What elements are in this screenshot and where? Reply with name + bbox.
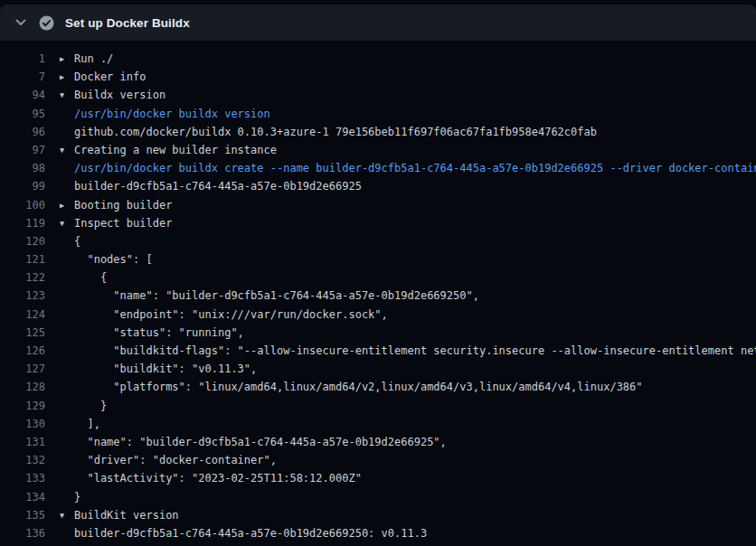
step-header[interactable]: Set up Docker Buildx xyxy=(0,5,756,41)
line-number-link[interactable]: 134 xyxy=(0,488,45,506)
line-number-link[interactable]: 98 xyxy=(0,159,45,177)
log-line: 131 "name": "builder-d9cfb5a1-c764-445a-… xyxy=(0,433,756,451)
line-number-link[interactable]: 94 xyxy=(0,86,45,104)
output-text: builder-d9cfb5a1-c764-445a-a57e-0b19d2e6… xyxy=(74,527,427,540)
line-number-link[interactable]: 122 xyxy=(0,268,45,287)
line-number-link[interactable]: 136 xyxy=(0,524,45,542)
line-number-link[interactable]: 124 xyxy=(0,306,45,324)
line-number-link[interactable]: 121 xyxy=(0,250,45,268)
line-number-link[interactable]: 129 xyxy=(0,397,45,415)
output-text: "nodes": [ xyxy=(74,253,153,266)
group-title-text: BuildKit version xyxy=(74,509,179,522)
log-line: 132 "driver": "docker-container", xyxy=(0,451,756,469)
output-text: } xyxy=(74,400,107,412)
line-number-link[interactable]: 127 xyxy=(0,360,45,378)
log-line: 133 "lastActivity": "2023-02-25T11:58:12… xyxy=(0,469,756,487)
log-group-line[interactable]: 119▼Inspect builder xyxy=(0,214,756,232)
log-line-content: github.com/docker/buildx 0.10.3+azure-1 … xyxy=(45,123,597,141)
log-line: 124 "endpoint": "unix:///var/run/docker.… xyxy=(0,306,756,324)
output-text: "status": "running", xyxy=(74,326,244,339)
output-text: "platforms": "linux/amd64,linux/amd64/v2… xyxy=(74,381,643,393)
log-line-content: "name": "builder-d9cfb5a1-c764-445a-a57e… xyxy=(45,287,479,305)
actions-log-panel: Set up Docker Buildx 1▶Run ./7▶Docker in… xyxy=(0,0,756,546)
output-text: "buildkitd-flags": "--allow-insecure-ent… xyxy=(74,344,756,357)
line-number-link[interactable]: 120 xyxy=(0,232,45,250)
log-line-content: } xyxy=(45,397,107,415)
group-title-text: Run ./ xyxy=(74,52,113,65)
check-circle-icon xyxy=(39,15,54,31)
log-group-line[interactable]: 1▶Run ./ xyxy=(0,50,756,68)
output-text: "driver": "docker-container", xyxy=(74,454,277,466)
group-expanded-icon[interactable]: ▼ xyxy=(60,141,74,159)
line-number-link[interactable]: 97 xyxy=(0,141,45,159)
log-line: 123 "name": "builder-d9cfb5a1-c764-445a-… xyxy=(0,287,756,305)
line-number-link[interactable]: 135 xyxy=(0,506,45,524)
log-line-content: ▼Creating a new builder instance xyxy=(45,141,277,159)
group-collapsed-icon[interactable]: ▶ xyxy=(60,50,74,68)
line-number-link[interactable]: 128 xyxy=(0,378,45,396)
output-text: "name": "builder-d9cfb5a1-c764-445a-a57e… xyxy=(74,289,479,302)
log-line-content: "buildkitd-flags": "--allow-insecure-ent… xyxy=(45,342,756,360)
log-viewer: 1▶Run ./7▶Docker info94▼Buildx version95… xyxy=(0,41,756,546)
log-line: 128 "platforms": "linux/amd64,linux/amd6… xyxy=(0,378,756,396)
log-line-content: ▶Docker info xyxy=(45,68,146,86)
log-line: 121 "nodes": [ xyxy=(0,250,756,268)
command-text: /usr/bin/docker buildx version xyxy=(74,108,270,120)
log-line-content: ▶Run ./ xyxy=(45,50,113,68)
line-number-link[interactable]: 95 xyxy=(0,105,45,123)
log-line-content: ▼BuildKit version xyxy=(45,506,179,524)
group-collapsed-icon[interactable]: ▶ xyxy=(60,196,74,214)
output-text: builder-d9cfb5a1-c764-445a-a57e-0b19d2e6… xyxy=(74,180,362,193)
log-line-content: { xyxy=(45,268,107,287)
output-text: { xyxy=(74,235,80,248)
line-number-link[interactable]: 125 xyxy=(0,324,45,342)
line-number-link[interactable]: 131 xyxy=(0,433,45,451)
log-group-line[interactable]: 100▶Booting builder xyxy=(0,196,756,214)
line-number-link[interactable]: 119 xyxy=(0,214,45,232)
output-text: "endpoint": "unix:///var/run/docker.sock… xyxy=(74,308,388,321)
output-text: { xyxy=(74,271,107,284)
log-line-content: { xyxy=(45,232,80,250)
log-line-content: ], xyxy=(45,415,100,433)
log-line-content: } xyxy=(45,488,80,506)
log-line-content: "platforms": "linux/amd64,linux/amd64/v2… xyxy=(45,378,643,396)
group-title-text: Buildx version xyxy=(74,89,165,101)
log-line-content: "nodes": [ xyxy=(45,250,153,268)
log-line: 127 "buildkit": "v0.11.3", xyxy=(0,360,756,378)
log-line-content: "buildkit": "v0.11.3", xyxy=(45,360,257,378)
line-number-link[interactable]: 1 xyxy=(0,50,45,68)
group-collapsed-icon[interactable]: ▶ xyxy=(60,68,74,86)
log-group-line[interactable]: 94▼Buildx version xyxy=(0,86,756,104)
line-number-link[interactable]: 130 xyxy=(0,415,45,433)
group-expanded-icon[interactable]: ▼ xyxy=(60,506,74,524)
output-text: ], xyxy=(74,418,100,430)
line-number-link[interactable]: 123 xyxy=(0,287,45,305)
line-number-link[interactable]: 7 xyxy=(0,68,45,86)
line-number-link[interactable]: 100 xyxy=(0,196,45,214)
line-number-link[interactable]: 126 xyxy=(0,342,45,360)
log-line: 125 "status": "running", xyxy=(0,324,756,342)
group-expanded-icon[interactable]: ▼ xyxy=(60,214,74,232)
log-line-content: "endpoint": "unix:///var/run/docker.sock… xyxy=(45,306,388,324)
step-title: Set up Docker Buildx xyxy=(65,16,190,30)
log-group-line[interactable]: 97▼Creating a new builder instance xyxy=(0,141,756,159)
output-text: "lastActivity": "2023-02-25T11:58:12.000… xyxy=(74,472,362,485)
log-line: 99builder-d9cfb5a1-c764-445a-a57e-0b19d2… xyxy=(0,177,756,195)
line-number-link[interactable]: 99 xyxy=(0,177,45,195)
log-line-content: ▼Inspect builder xyxy=(45,214,172,232)
output-text: "name": "builder-d9cfb5a1-c764-445a-a57e… xyxy=(74,436,447,448)
log-group-line[interactable]: 7▶Docker info xyxy=(0,68,756,86)
log-line: 96github.com/docker/buildx 0.10.3+azure-… xyxy=(0,123,756,141)
line-number-link[interactable]: 96 xyxy=(0,123,45,141)
log-group-line[interactable]: 135▼BuildKit version xyxy=(0,506,756,524)
log-line-content: "lastActivity": "2023-02-25T11:58:12.000… xyxy=(45,469,362,487)
line-number-link[interactable]: 132 xyxy=(0,451,45,469)
log-line-content: "driver": "docker-container", xyxy=(45,451,277,469)
command-text: /usr/bin/docker buildx create --name bui… xyxy=(74,162,756,174)
log-line: 122 { xyxy=(0,268,756,287)
output-text: github.com/docker/buildx 0.10.3+azure-1 … xyxy=(74,126,597,138)
group-expanded-icon[interactable]: ▼ xyxy=(60,86,74,104)
chevron-down-icon[interactable] xyxy=(14,16,27,29)
log-line-content: builder-d9cfb5a1-c764-445a-a57e-0b19d2e6… xyxy=(45,177,362,195)
line-number-link[interactable]: 133 xyxy=(0,469,45,487)
